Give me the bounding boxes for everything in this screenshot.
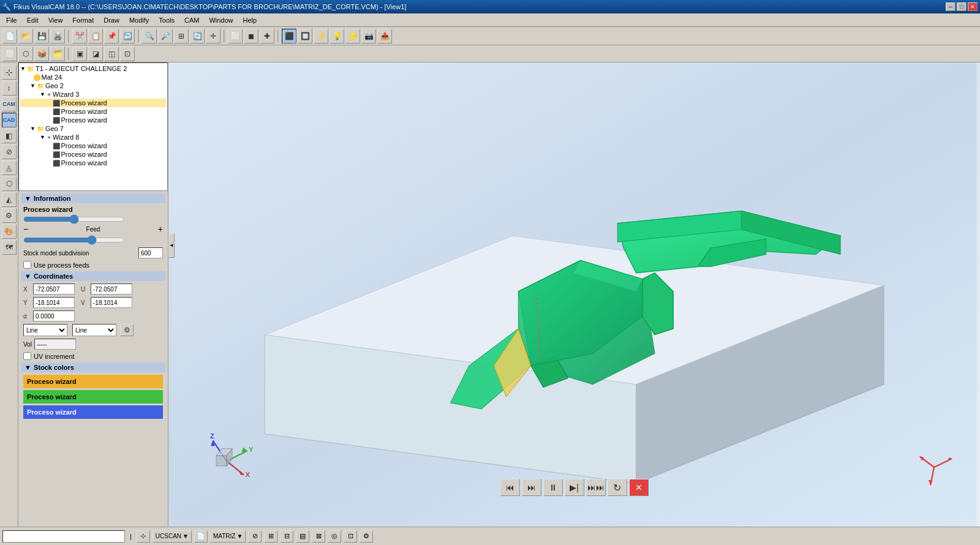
menu-file[interactable]: File [1,15,22,25]
left-edge-tab[interactable]: ◄ [168,233,175,258]
status-snap-btn[interactable]: ⊹ [137,530,150,543]
status-search-input[interactable] [6,533,122,539]
tb-grid[interactable]: ⊞ [174,29,189,43]
tree-item-proc2[interactable]: ⬛ Proceso wizard [20,107,166,116]
vtb-simulate[interactable]: ⚙ [2,208,17,223]
window-restore[interactable]: □ [957,2,967,11]
tb-cut[interactable]: ✂️ [72,29,87,43]
tree-item-proc4[interactable]: ⬛ Proceso wizard [20,141,166,150]
play-last[interactable]: ⏭⏭ [586,479,606,496]
play-first[interactable]: ⏮ [500,479,520,496]
play-pause[interactable]: ⏸ [543,479,563,496]
vtb-cam-icon[interactable]: CAM [2,97,17,111]
vtb-plane[interactable]: ◧ [2,129,17,143]
tree-item-geo7[interactable]: ▼ 📁 Geo 7 [20,124,166,133]
tree-item-proc5[interactable]: ⬛ Proceso wizard [20,150,166,159]
tb-light[interactable]: 💡 [330,29,344,43]
menu-format[interactable]: Format [67,15,99,25]
status-line1-btn[interactable]: ⊠ [312,530,325,543]
status-filter-btn[interactable]: ⊘ [248,530,262,543]
status-layer-btn[interactable]: 📄 [194,530,208,543]
play-refresh[interactable]: ↻ [608,479,627,496]
play-prev[interactable]: ⏭ [522,479,541,496]
x-input[interactable] [33,284,75,295]
tree-item-mat24[interactable]: 🟡 Mat 24 [20,73,166,81]
tb-new[interactable]: 📄 [2,29,17,43]
menu-modify[interactable]: Modify [124,15,154,25]
stock-model-input[interactable]: 600 [138,247,163,258]
tree-view[interactable]: ▼ 📁 T1 - AGIECUT CHALLENGE 2 🟡 Mat 24 ▼ … [18,62,168,191]
coord-settings-btn[interactable]: ⚙ [120,324,134,336]
tree-expand-root[interactable]: ▼ [20,66,26,72]
tree-item-proc6[interactable]: ⬛ Proceso wizard [20,159,166,167]
vtb-arrow[interactable]: ⬡ [2,176,17,191]
matrix-dropdown[interactable]: MATRIZ ▼ [210,530,246,543]
play-next[interactable]: ▶| [565,479,584,496]
tb-copy[interactable]: 📋 [88,29,103,43]
status-grid1-btn[interactable]: ⊞ [264,530,277,543]
tb-select[interactable]: ⬜ [228,29,243,43]
tb2-iso[interactable]: 🗂️ [50,47,65,61]
vtb-cad-icon[interactable]: CAD [2,113,17,127]
tb-shaded[interactable]: ⬛ [282,29,296,43]
tb-view3d[interactable]: ◼ [244,29,258,43]
tb-paste[interactable]: 📌 [104,29,119,43]
section-information[interactable]: ▼ Information [21,194,165,203]
feed-slider[interactable] [23,216,124,223]
status-grid3-btn[interactable]: ▤ [296,530,309,543]
tb-hidden[interactable]: ⚡ [314,29,328,43]
menu-cam[interactable]: CAM [179,15,204,25]
play-stop[interactable]: ✕ [629,479,649,496]
line-select-2[interactable]: Line [72,324,116,336]
section-stock-colors[interactable]: ▼ Stock colors [21,363,165,372]
v-input[interactable] [91,297,132,308]
tb-undo[interactable]: ↩️ [120,29,135,43]
tree-item-geo2[interactable]: ▼ 📁 Geo 2 [20,81,166,90]
tb-wireframe[interactable]: 🔲 [298,29,312,43]
tb2-b2[interactable]: ◪ [88,47,103,61]
status-dot1-btn[interactable]: ◎ [328,530,341,543]
menu-edit[interactable]: Edit [22,15,43,25]
y-input[interactable] [33,297,75,308]
tree-item-proc3[interactable]: ⬛ Proceso wizard [20,116,166,124]
tb2-b3[interactable]: ◫ [104,47,119,61]
tb-axis[interactable]: ✚ [260,29,274,43]
status-search[interactable] [2,530,125,543]
tb-rotate[interactable]: 🔄 [190,29,205,43]
window-close[interactable]: ✕ [968,2,978,11]
tb2-b4[interactable]: ⊡ [120,47,135,61]
tb-cam-out[interactable]: 📤 [377,29,392,43]
status-grid2-btn[interactable]: ⊟ [280,530,293,543]
menu-window[interactable]: Window [204,15,238,25]
tree-item-wizard3[interactable]: ▼ ✦ Wizard 3 [20,90,166,99]
alpha-input[interactable] [33,310,75,321]
uv-increment-checkbox[interactable] [23,352,31,360]
tb2-top[interactable]: ⬡ [18,47,33,61]
vtb-color[interactable]: 🎨 [2,224,17,239]
tb-open[interactable]: 📂 [18,29,33,43]
window-minimize[interactable]: ─ [946,2,956,11]
vtb-collision[interactable]: ◭ [2,192,17,207]
nav-cube[interactable] [913,446,956,490]
tb2-front[interactable]: ⬜ [2,47,17,61]
tb-save[interactable]: 💾 [34,29,49,43]
vol-input[interactable] [34,339,76,350]
tree-item-root[interactable]: ▼ 📁 T1 - AGIECUT CHALLENGE 2 [20,64,166,73]
tb-zoom-window[interactable]: 🔍 [142,29,157,43]
tb-snap[interactable]: ✛ [206,29,221,43]
viewport[interactable]: Z Y X [168,62,980,527]
tree-item-wizard8[interactable]: ▼ ✦ Wizard 8 [20,133,166,141]
status-size1-btn[interactable]: ⊡ [344,530,357,543]
u-input[interactable] [91,284,132,295]
tree-item-proc1[interactable]: ⬛ Proceso wizard [20,99,166,107]
vtb-zoom[interactable]: ↕ [2,81,17,96]
menu-help[interactable]: Help [238,15,262,25]
menu-view[interactable]: View [43,15,68,25]
section-coordinates[interactable]: ▼ Coordinates [21,271,165,281]
tb-print[interactable]: 🖨️ [50,29,65,43]
line-select-1[interactable]: Line [23,324,67,336]
vtb-measure[interactable]: ◬ [2,160,17,175]
tb2-right[interactable]: 📦 [34,47,49,61]
ucs-dropdown[interactable]: UCSCAN ▼ [153,530,192,543]
tb2-b1[interactable]: ▣ [72,47,87,61]
